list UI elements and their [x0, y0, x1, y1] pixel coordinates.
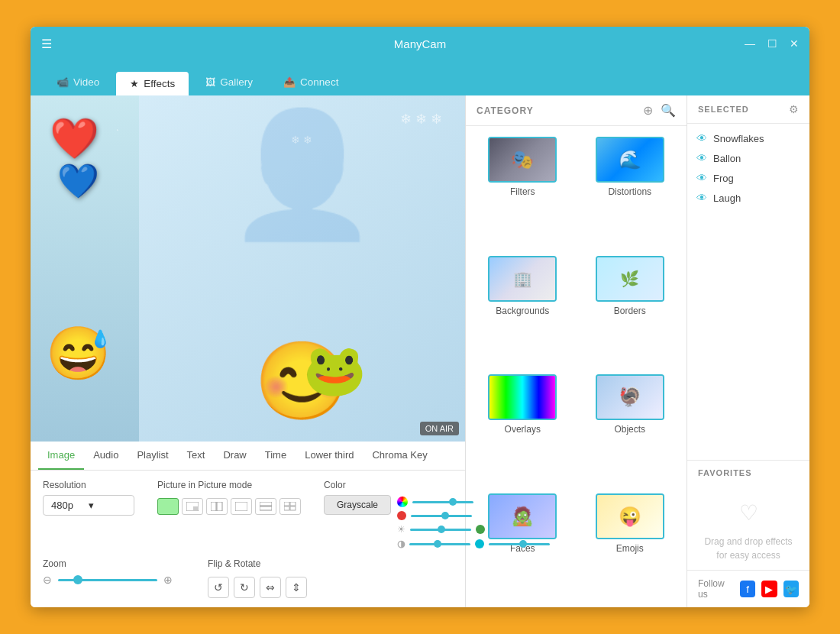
- pip-option-0[interactable]: [157, 498, 179, 515]
- tab-effects-label: Effects: [144, 78, 175, 89]
- svg-rect-4: [217, 502, 222, 511]
- hue-slider[interactable]: [412, 501, 473, 503]
- favorites-title: FAVORITES: [698, 468, 752, 477]
- youtube-button[interactable]: ▶: [761, 581, 777, 597]
- pip-options: [157, 498, 301, 515]
- category-overlays[interactable]: Overlays: [469, 367, 577, 486]
- selected-item-2: Frog: [713, 173, 734, 184]
- pip-option-1[interactable]: [182, 498, 203, 515]
- tab-draw[interactable]: Draw: [214, 442, 255, 470]
- favorites-section: FAVORITES ♡ Drag and drop effects for ea…: [687, 461, 809, 570]
- flip-vertical-button[interactable]: ⇕: [286, 577, 307, 598]
- zoom-minus-icon[interactable]: ⊖: [43, 574, 52, 586]
- minimize-button[interactable]: —: [745, 37, 755, 50]
- red-slider[interactable]: [411, 515, 472, 517]
- tab-effects[interactable]: ★ Effects: [116, 72, 189, 95]
- category-distortions[interactable]: 🌊 Distortions: [577, 129, 684, 248]
- tab-time[interactable]: Time: [256, 442, 296, 470]
- tab-image[interactable]: Image: [38, 442, 84, 470]
- category-borders[interactable]: 🌿 Borders: [577, 248, 684, 367]
- favorites-hint: Drag and drop effects for easy access: [698, 535, 799, 562]
- tab-connect[interactable]: 📤 Connect: [270, 70, 352, 95]
- brightness-slider[interactable]: [410, 529, 471, 531]
- zoom-slider[interactable]: [58, 579, 157, 581]
- flip-group: Flip & Rotate ↺ ↻ ⇔ ⇕: [208, 558, 307, 598]
- svg-rect-5: [235, 502, 247, 511]
- pip-option-4[interactable]: [255, 498, 276, 515]
- face2-label: Emojis: [616, 543, 644, 554]
- category-backgrounds[interactable]: 🏢 Backgrounds: [469, 248, 577, 367]
- overlays-label: Overlays: [505, 424, 541, 435]
- facebook-button[interactable]: f: [740, 581, 755, 597]
- connect-icon: 📤: [283, 76, 296, 88]
- rotate-left-button[interactable]: ↺: [208, 577, 229, 598]
- list-item: 👁 Frog: [695, 168, 802, 188]
- effects-icon: ★: [130, 78, 139, 89]
- zoom-plus-icon[interactable]: ⊕: [163, 574, 173, 586]
- rotate-right-button[interactable]: ↻: [234, 577, 255, 598]
- contrast-slider[interactable]: [409, 543, 470, 545]
- flip-label: Flip & Rotate: [208, 558, 307, 569]
- tab-text[interactable]: Text: [178, 442, 215, 470]
- follow-row: Follow us f ▶ 🐦: [687, 570, 809, 607]
- tab-video[interactable]: 📹 Video: [43, 70, 113, 95]
- tab-lower-third[interactable]: Lower third: [296, 442, 363, 470]
- settings-icon[interactable]: ⚙: [789, 103, 799, 115]
- eye-icon-3[interactable]: 👁: [696, 192, 707, 204]
- pip-option-5[interactable]: [279, 498, 301, 515]
- contrast-icon: ◑: [397, 539, 405, 549]
- twitter-button[interactable]: 🐦: [783, 581, 799, 597]
- selected-item-0: Snowflakes: [713, 133, 764, 144]
- close-button[interactable]: ✕: [790, 37, 799, 50]
- tab-connect-label: Connect: [300, 76, 338, 88]
- category-grid: 🎭 Filters 🌊 Distortions: [466, 126, 687, 607]
- category-face2[interactable]: 😜 Emojis: [577, 486, 684, 605]
- grayscale-button[interactable]: Grayscale: [324, 495, 391, 515]
- category-objects[interactable]: 🦃 Objects: [577, 367, 684, 486]
- resolution-select[interactable]: 480p ▾: [43, 495, 134, 516]
- tab-audio[interactable]: Audio: [84, 442, 128, 470]
- right-panel: SELECTED ⚙ 👁 Snowflakes 👁 Ballon 👁 Frog …: [687, 95, 809, 607]
- main-content: 👤 😊 ❤️ 💙 😅 🐸 ❄ ❄ ❄ ❄ ❄: [31, 95, 809, 607]
- eye-icon-2[interactable]: 👁: [696, 172, 707, 184]
- list-item: 👁 Ballon: [695, 148, 802, 168]
- category-filters[interactable]: 🎭 Filters: [469, 129, 577, 248]
- resolution-group: Resolution 480p ▾: [43, 480, 134, 516]
- category-actions: ⊕ 🔍: [643, 103, 676, 118]
- eye-icon-0[interactable]: 👁: [696, 132, 707, 144]
- pip-option-2[interactable]: [206, 498, 228, 515]
- tab-gallery-label: Gallery: [220, 76, 253, 88]
- tab-gallery[interactable]: 🖼 Gallery: [192, 70, 267, 95]
- app-window: ☰ ManyCam — ☐ ✕ 📹 Video ★ Effects 🖼 Gall…: [31, 27, 809, 607]
- filters-label: Filters: [510, 186, 535, 197]
- objects-thumbnail: 🦃: [596, 374, 664, 420]
- tab-chroma-key[interactable]: Chroma Key: [363, 442, 436, 470]
- category-header: CATEGORY ⊕ 🔍: [466, 95, 687, 126]
- selected-item-3: Laugh: [713, 192, 741, 204]
- video-icon: 📹: [57, 76, 69, 88]
- cyan-slider[interactable]: [489, 543, 550, 545]
- menu-icon[interactable]: ☰: [41, 37, 52, 51]
- tab-playlist[interactable]: Playlist: [128, 442, 177, 470]
- svg-rect-3: [211, 502, 216, 511]
- flip-horizontal-button[interactable]: ⇔: [260, 577, 281, 598]
- follow-label: Follow us: [698, 578, 734, 600]
- frog-emoji: 🐸: [303, 341, 366, 399]
- zoom-group: Zoom ⊖ ⊕: [43, 558, 173, 586]
- pip-group: Picture in Picture mode: [157, 480, 301, 515]
- face2-thumbnail: 😜: [596, 493, 664, 539]
- svg-rect-2: [193, 506, 198, 510]
- distortions-label: Distortions: [608, 186, 651, 197]
- pip-option-3[interactable]: [231, 498, 252, 515]
- search-category-button[interactable]: 🔍: [661, 103, 676, 118]
- zoom-row: ⊖ ⊕: [43, 574, 173, 586]
- brightness-icon: ☀: [397, 524, 405, 535]
- borders-thumbnail: 🌿: [596, 256, 664, 302]
- backgrounds-label: Backgrounds: [496, 306, 549, 316]
- svg-rect-9: [290, 502, 296, 506]
- add-category-button[interactable]: ⊕: [643, 103, 653, 118]
- svg-rect-11: [290, 506, 296, 510]
- maximize-button[interactable]: ☐: [767, 37, 777, 50]
- nav-bar: 📹 Video ★ Effects 🖼 Gallery 📤 Connect: [31, 60, 809, 95]
- eye-icon-1[interactable]: 👁: [696, 152, 707, 164]
